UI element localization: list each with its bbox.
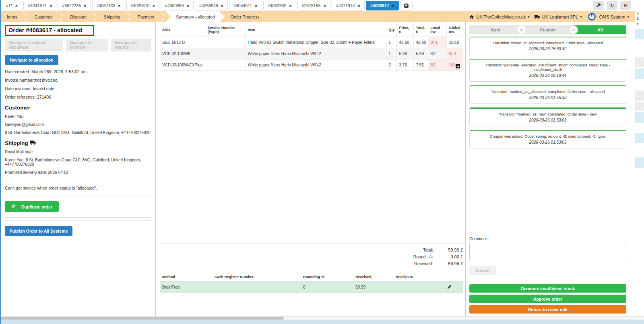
order-title-highlighted: Order #4083617 - allocated	[5, 25, 94, 36]
close-icon[interactable]: ×	[187, 4, 189, 8]
or-separator: or	[518, 26, 526, 34]
tab-order[interactable]: #4041571×	[23, 1, 56, 10]
divider	[5, 217, 151, 218]
date-invoiced: Date invoiced: Invalid date	[5, 86, 151, 91]
chevron-right-icon	[127, 11, 131, 22]
global-inv-alert: 0/-4	[446, 48, 463, 60]
table-row[interactable]: VCF-02-100W-EXPlus White paper filters H…	[160, 60, 463, 71]
tab-order[interactable]: #4058948×	[195, 1, 228, 10]
wrench-button[interactable]	[593, 1, 604, 10]
window-left-edge	[0, 0, 1, 324]
navigate-returns-button: Navigate to returns	[111, 39, 151, 52]
gear-icon	[404, 3, 409, 9]
order-items-panel: SKU Service Number (Expo) Item Qty Price…	[156, 22, 466, 317]
round-label: Round +/-:	[413, 254, 433, 259]
system-menu[interactable]: OMS System	[599, 14, 625, 19]
copy-icon	[11, 204, 16, 209]
col-local-inv: Local Inv	[428, 23, 446, 37]
store-selector[interactable]: UK TheCoffeeMate.co.uk	[476, 14, 526, 19]
navigate-related-document-button: Navigate to related document	[5, 39, 63, 52]
close-icon[interactable]: ×	[289, 4, 291, 8]
customer-heading: Customer	[5, 105, 151, 111]
close-icon[interactable]: ×	[221, 4, 223, 8]
local-inv-alert: 0/-1	[428, 37, 446, 48]
collapse-panel-button[interactable]: ◀	[456, 64, 460, 68]
chevron-down-icon: ▾	[528, 15, 530, 19]
filter-custom[interactable]: Custom	[522, 25, 574, 34]
tab-order[interactable]: #2578153×	[297, 1, 330, 10]
close-icon[interactable]: ×	[392, 4, 394, 8]
close-icon[interactable]: ×	[84, 4, 86, 8]
comment-label: Comment	[469, 237, 487, 241]
items-header-row: SKU Service Number (Expo) Item Qty Price…	[160, 23, 463, 37]
refresh-icon: ↻	[610, 3, 614, 8]
horizontal-scrollbar[interactable]	[0, 316, 644, 320]
refresh-button[interactable]: ↻	[607, 1, 617, 10]
table-row[interactable]: SSD-5012-B Hario V60-02 Switch Immersion…	[160, 37, 463, 48]
close-icon[interactable]: ×	[50, 4, 52, 8]
order-steps-navbar: Items Customer Discount Shipping Payment…	[1, 11, 635, 22]
col-total: Total, £	[413, 23, 428, 37]
divider	[5, 220, 151, 221]
tab-order[interactable]: #4062392×	[263, 1, 296, 10]
edit-payment-button[interactable]	[436, 282, 463, 293]
order-history-panel: Auto or Custom or All Transition "return…	[466, 22, 635, 317]
chevron-down-icon: ▾	[580, 15, 582, 19]
order-reference: Order reference: 271406	[5, 95, 151, 99]
order-summary-panel: Order #4083617 - allocated Navigate to r…	[1, 22, 156, 317]
oms-order-window: #1*× #4041571× #3627285× #4067433× #4020…	[0, 0, 644, 324]
tab-order[interactable]: #1*×	[2, 1, 22, 10]
col-global-inv: Global Inv	[446, 23, 463, 37]
chevron-right-icon	[59, 11, 64, 22]
history-event-card: Transition "marked_as_new" completed. Or…	[469, 107, 626, 126]
divider	[5, 180, 151, 180]
items-table: SKU Service Number (Expo) Item Qty Price…	[160, 23, 463, 71]
order-tab-bar: #1*× #4041571× #3627285× #4067433× #4020…	[1, 0, 644, 11]
comment-input[interactable]	[469, 242, 626, 261]
tab-order-active[interactable]: #4083617×	[366, 1, 399, 10]
close-icon[interactable]: ×	[323, 4, 326, 8]
publish-order-button[interactable]: Publish Order to All Systems	[5, 226, 72, 236]
close-icon[interactable]: ×	[255, 4, 257, 8]
tab-order[interactable]: #3627285×	[58, 1, 91, 10]
global-inv-alert: 1/0	[446, 60, 463, 71]
close-icon[interactable]: ×	[358, 4, 360, 8]
table-row[interactable]: VCF-02-100WK White paper filters Hario M…	[160, 48, 463, 60]
truck-icon	[30, 140, 36, 146]
tab-settings[interactable]	[400, 1, 413, 10]
tab-order[interactable]: #4071914×	[332, 1, 365, 10]
return-to-order-edit-button[interactable]: Return to order edit	[469, 305, 626, 314]
chevron-down-icon: ▾	[627, 15, 629, 19]
step-order-progress[interactable]: Order Progress	[225, 11, 266, 22]
step-payment[interactable]: Payment	[132, 11, 160, 22]
filter-auto[interactable]: Auto	[469, 25, 522, 34]
customer-details: Karen Yau karenyau@gmail.com 8 St. Barth…	[5, 114, 151, 135]
tab-order[interactable]: #4044011×	[229, 1, 262, 10]
duplicate-order-button[interactable]: Duplicate order	[5, 201, 59, 212]
divider	[469, 280, 626, 280]
window-bottom-edge	[0, 320, 644, 324]
pencil-icon	[447, 285, 452, 290]
navigate-buttons-row: Navigate to related document Navigate to…	[5, 39, 151, 52]
warehouse-selector[interactable]: UK Logismart 3PL	[542, 14, 578, 19]
filter-all-active[interactable]: All	[574, 25, 626, 34]
local-inv-alert: 3/1	[428, 60, 446, 71]
approve-order-button[interactable]: Approve order	[469, 295, 626, 303]
step-items[interactable]: Items	[1, 11, 23, 22]
payment-row: BrainTree 0 59.99	[160, 282, 463, 293]
navigate-incident-button: Navigate to incident	[66, 39, 108, 52]
close-icon[interactable]: ×	[15, 4, 18, 8]
generate-insufficient-stock-button[interactable]: Generate insufficient stock	[469, 284, 626, 293]
tab-order[interactable]: #4020610×	[126, 1, 159, 10]
history-button[interactable]: H	[620, 1, 631, 10]
round-value: 0.00 £	[439, 254, 463, 259]
step-discount[interactable]: Discount	[64, 11, 93, 22]
tab-order[interactable]: #4067433×	[92, 1, 125, 10]
close-icon[interactable]: ×	[118, 4, 120, 8]
step-shipping[interactable]: Shipping	[98, 11, 126, 22]
step-summary-active[interactable]: Summary - allocated	[165, 11, 224, 22]
tab-order[interactable]: #4000353×	[161, 1, 194, 10]
navigate-allocation-button[interactable]: Navigate to allocation	[5, 55, 58, 65]
close-icon[interactable]: ×	[152, 4, 155, 8]
step-customer[interactable]: Customer	[29, 11, 59, 22]
